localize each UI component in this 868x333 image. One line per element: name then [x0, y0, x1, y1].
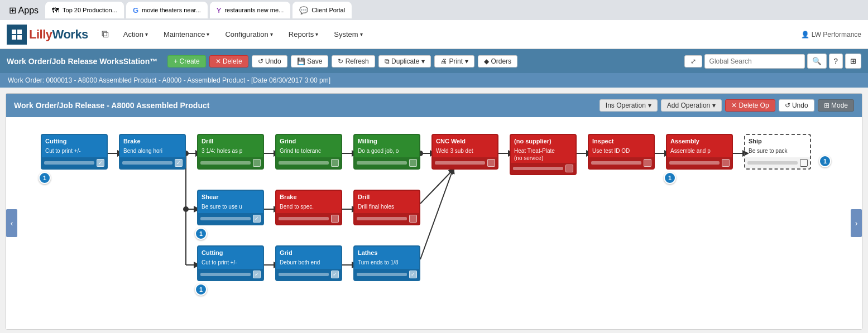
op-cutting-3[interactable]: Cutting Cut to print +/- ✓: [197, 245, 264, 281]
op-no-supplier-checkbox[interactable]: [565, 165, 573, 172]
op-grid[interactable]: Grid Deburr both end ✓: [275, 245, 342, 281]
section-undo-button[interactable]: ↺ Undo: [779, 99, 814, 112]
mode-button[interactable]: ⊞ Mode: [818, 99, 854, 112]
op-grid-checkbox[interactable]: ✓: [331, 271, 339, 278]
undo-button[interactable]: ↺ Undo: [252, 55, 287, 67]
op-cnc-weld-checkbox[interactable]: [487, 159, 495, 167]
ins-operation-button[interactable]: Ins Operation ▾: [600, 99, 658, 112]
op-drill-1-desc: 3 1/4: holes as p: [198, 146, 263, 157]
op-inspect-footer: [589, 157, 654, 168]
op-grind-desc: Grind to toleranc: [276, 146, 341, 157]
menu-reports[interactable]: Reports ▾: [283, 27, 324, 42]
create-button[interactable]: + Create: [167, 55, 205, 67]
help-button[interactable]: ?: [829, 54, 843, 69]
op-lathes-checkbox[interactable]: ✓: [409, 271, 417, 278]
menu-action[interactable]: Action ▾: [118, 27, 154, 42]
op-ship-checkbox[interactable]: [800, 159, 808, 167]
op-shear[interactable]: Shear Be sure to use u ✓: [197, 190, 264, 225]
op-brake-2-checkbox[interactable]: [331, 215, 339, 223]
op-no-supplier-title: (no supplier): [511, 135, 576, 146]
op-drill-2-checkbox[interactable]: [409, 215, 417, 223]
menu-system[interactable]: System ▾: [328, 27, 368, 42]
op-lathes[interactable]: Lathes Turn ends to 1/8 ✓: [353, 245, 420, 281]
orders-button[interactable]: ◆ Orders: [478, 55, 517, 67]
op-cutting-1-title: Cutting: [42, 135, 107, 146]
op-ship-title: Ship: [745, 135, 810, 146]
expand-button[interactable]: ⤢: [684, 55, 702, 67]
op-assembly-checkbox[interactable]: [722, 159, 730, 167]
op-drill-2[interactable]: Drill Drill final holes: [353, 190, 420, 225]
menu-configuration-caret: ▾: [270, 31, 273, 37]
add-operation-label: Add Operation: [667, 102, 710, 109]
op-milling-checkbox[interactable]: [409, 159, 417, 167]
op-cutting-3-checkbox[interactable]: ✓: [253, 271, 261, 278]
tab-google[interactable]: G movie theaters near...: [126, 2, 208, 18]
op-drill-1[interactable]: Drill 3 1/4: holes as p: [197, 134, 264, 170]
ins-operation-label: Ins Operation: [606, 102, 646, 109]
delete-button[interactable]: ✕ Delete: [209, 55, 248, 67]
logo-text: LillyWorks: [29, 27, 88, 42]
menu-maintenance[interactable]: Maintenance ▾: [158, 27, 215, 42]
op-brake-1-desc: Bend along hori: [120, 146, 185, 157]
menu-reports-caret: ▾: [315, 31, 318, 37]
print-button[interactable]: 🖨 Print ▾: [434, 55, 474, 67]
op-cutting-1-desc: Cut to print +/-: [42, 146, 107, 157]
op-ship[interactable]: Ship Be sure to pack: [744, 134, 811, 170]
op-drill-1-title: Drill: [198, 135, 263, 146]
tab-label-google: movie theaters near...: [142, 7, 201, 13]
search-button[interactable]: 🔍: [807, 54, 827, 69]
tab-label-client: Client Portal: [311, 7, 345, 13]
print-label: 🖨 Print: [440, 57, 463, 65]
op-brake-1[interactable]: Brake Bend along hori ✓: [119, 134, 186, 170]
op-brake-2[interactable]: Brake Bend to spec.: [275, 190, 342, 225]
op-drill-1-checkbox[interactable]: [253, 159, 261, 167]
op-cutting-3-footer: ✓: [198, 269, 263, 280]
op-drill-2-title: Drill: [354, 191, 419, 202]
scroll-right-button[interactable]: ›: [851, 209, 862, 237]
op-cutting-1-checkbox[interactable]: ✓: [97, 159, 104, 167]
op-shear-checkbox[interactable]: ✓: [253, 215, 261, 223]
duplicate-button[interactable]: ⧉ Duplicate ▾: [378, 55, 431, 67]
op-grind[interactable]: Grind Grind to toleranc: [275, 134, 342, 170]
op-cnc-weld[interactable]: CNC Weld Weld 3 sub det: [431, 134, 498, 170]
op-no-supplier-footer: [511, 163, 576, 174]
delete-op-button[interactable]: ✕ Delete Op: [725, 99, 775, 112]
tab-yahoo[interactable]: Y restaurants new me...: [210, 2, 290, 18]
tab-label-top20: Top 20 Production...: [63, 7, 117, 13]
op-inspect-checkbox[interactable]: [644, 159, 651, 167]
op-inspect[interactable]: Inspect Use test ID OD: [588, 134, 655, 170]
toolbar-title: Work Order/Job Release WorksStation™: [7, 57, 157, 66]
op-no-supplier[interactable]: (no supplier) Heat Treat-Plate(no servic…: [510, 134, 577, 175]
browser-tabs: ⊞ Apps 🗺 Top 20 Production... G movie th…: [0, 0, 868, 20]
tab-top20[interactable]: 🗺 Top 20 Production...: [45, 2, 124, 18]
op-milling[interactable]: Milling Do a good job, o: [353, 134, 420, 170]
save-button[interactable]: 💾 Save: [291, 55, 329, 67]
op-ship-footer: [745, 157, 810, 168]
svg-line-14: [420, 170, 453, 259]
search-box: ⤢ 🔍 ? ⊞: [684, 54, 861, 69]
user-label: LW Performance: [812, 31, 861, 38]
search-input[interactable]: [704, 54, 805, 69]
badge-1: 1: [39, 172, 51, 184]
op-grind-checkbox[interactable]: [331, 159, 339, 167]
menu-configuration[interactable]: Configuration ▾: [219, 27, 278, 42]
copy-icon[interactable]: ⧉: [102, 28, 109, 40]
op-cutting-3-desc: Cut to print +/-: [198, 258, 263, 269]
op-inspect-desc: Use test ID OD: [589, 146, 654, 157]
op-brake-2-desc: Bend to spec.: [276, 202, 341, 213]
op-brake-1-checkbox[interactable]: ✓: [175, 159, 183, 167]
scroll-left-button[interactable]: ‹: [6, 209, 17, 237]
tab-client[interactable]: 💬 Client Portal: [292, 2, 352, 18]
add-operation-button[interactable]: Add Operation ▾: [661, 99, 722, 112]
op-cnc-weld-title: CNC Weld: [433, 135, 497, 146]
grid-button[interactable]: ⊞: [845, 54, 861, 69]
menu-action-label: Action: [123, 30, 143, 38]
menu-maintenance-label: Maintenance: [164, 30, 205, 38]
op-cnc-weld-desc: Weld 3 sub det: [433, 146, 497, 157]
refresh-button[interactable]: ↻ Refresh: [332, 55, 375, 67]
op-assembly[interactable]: Assembly Assemble and p: [666, 134, 733, 170]
tab-icon-yahoo: Y: [217, 6, 222, 15]
main-content: Work Order/Job Release - A8000 Assembled…: [6, 93, 862, 330]
op-cutting-1[interactable]: Cutting Cut to print +/- ✓: [41, 134, 108, 170]
apps-button[interactable]: ⊞ Apps: [4, 3, 43, 18]
